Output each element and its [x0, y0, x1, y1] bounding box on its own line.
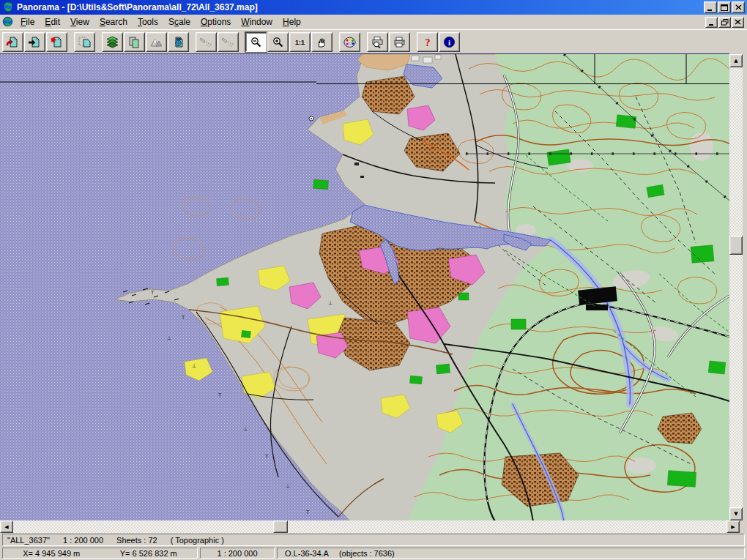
- sheet-panel: O.L-36-34.A (objects : 7636): [277, 548, 745, 559]
- menu-view[interactable]: View: [65, 15, 94, 29]
- scroll-right-button[interactable]: ▶: [726, 520, 740, 533]
- toolbar-separator: [190, 33, 196, 51]
- mdi-globe-icon[interactable]: [2, 16, 13, 29]
- scroll-down-button[interactable]: ▼: [729, 507, 743, 520]
- window-title: Panorama - [D:\Utils&Soft\Panorama\all_7…: [17, 2, 700, 12]
- svg-text:⊥: ⊥: [167, 335, 171, 341]
- svg-text:T: T: [264, 454, 269, 460]
- panorama-app: { "window": { "title": "Panorama - [D:\\…: [0, 0, 747, 560]
- menu-options[interactable]: Options: [196, 15, 236, 29]
- status-map-name: "ALL_3637": [7, 536, 50, 545]
- title-bar[interactable]: Panorama - [D:\Utils&Soft\Panorama\all_7…: [0, 0, 747, 15]
- svg-text:⊥: ⊥: [328, 300, 332, 306]
- pan-button[interactable]: [311, 32, 332, 52]
- relief-button[interactable]: [146, 32, 167, 52]
- open-map-button[interactable]: [2, 32, 23, 52]
- svg-text:T: T: [181, 315, 185, 321]
- status-bar-bottom: X= 4 945 949 m Y= 6 526 832 m 1 : 200 00…: [0, 547, 747, 560]
- svg-text:T: T: [150, 290, 155, 296]
- menu-help[interactable]: Help: [278, 15, 306, 29]
- object-count: (objects : 7636): [339, 549, 395, 558]
- svg-text:⊥: ⊥: [192, 363, 196, 369]
- toolbar-separator: [68, 33, 74, 51]
- scale-1to1-button[interactable]: 1:1: [289, 32, 311, 52]
- layers-button[interactable]: [102, 32, 123, 52]
- svg-text:⊥: ⊥: [243, 426, 248, 432]
- svg-text:?: ?: [425, 37, 431, 48]
- mdi-restore-button[interactable]: [718, 17, 731, 28]
- horizontal-scroll-thumb[interactable]: [273, 520, 288, 533]
- toolbar-separator: [361, 33, 367, 51]
- status-map-sheets: Sheets : 72: [116, 536, 157, 545]
- horizontal-scrollbar[interactable]: ◀ ▶: [0, 520, 740, 533]
- print-preview-button[interactable]: [367, 32, 388, 52]
- svg-text:⊥: ⊥: [286, 483, 290, 489]
- menu-search[interactable]: Search: [94, 15, 133, 29]
- scroll-up-button[interactable]: ▲: [729, 54, 743, 67]
- paste-map-button[interactable]: [74, 32, 95, 52]
- scale-panel: 1 : 200 000: [200, 548, 275, 559]
- coordinate-x: X= 4 945 949 m: [23, 549, 80, 558]
- coordinate-y: Y= 6 526 832 m: [120, 549, 177, 558]
- copy-map-button[interactable]: [124, 32, 145, 52]
- coordinates-panel: X= 4 945 949 m Y= 6 526 832 m: [2, 548, 198, 559]
- mdi-minimize-button[interactable]: [705, 17, 718, 28]
- palette-button[interactable]: [339, 32, 360, 52]
- mdi-close-button[interactable]: [732, 17, 744, 28]
- toolbar-separator: [333, 33, 339, 51]
- open-site-button[interactable]: [24, 32, 45, 52]
- toolbar-separator: [411, 33, 417, 51]
- maximize-button[interactable]: [718, 1, 731, 13]
- about-button[interactable]: i: [439, 32, 460, 52]
- status-map-scale: 1 : 200 000: [63, 536, 103, 545]
- map-scheme-button[interactable]: [168, 32, 189, 52]
- toolbar: 1:1?i: [0, 29, 747, 53]
- map-info-panel: "ALL_3637" 1 : 200 000 Sheets : 72 ( Top…: [2, 534, 745, 546]
- toolbar-separator: [96, 33, 102, 51]
- svg-text:T: T: [218, 392, 222, 398]
- close-map-button[interactable]: [46, 32, 67, 52]
- sheet-nomenclature: O.L-36-34.A: [285, 549, 329, 558]
- vertical-scroll-thumb[interactable]: [729, 236, 743, 255]
- print-button[interactable]: [389, 32, 410, 52]
- status-bar-top: "ALL_3637" 1 : 200 000 Sheets : 72 ( Top…: [0, 533, 747, 547]
- svg-text:i: i: [448, 38, 450, 47]
- mdi-window-buttons: [705, 17, 744, 28]
- svg-text:T: T: [343, 277, 348, 283]
- highlight-all-button: [218, 32, 239, 52]
- lighthouse-dot: [311, 118, 312, 119]
- scrollbar-corner: [740, 520, 747, 533]
- menu-file[interactable]: File: [15, 15, 40, 29]
- zoom-in-button[interactable]: [267, 32, 289, 52]
- svg-text:T: T: [305, 509, 310, 515]
- menu-scale[interactable]: Scale: [163, 15, 196, 29]
- toolbar-separator: [239, 33, 245, 51]
- scroll-left-button[interactable]: ◀: [0, 520, 13, 533]
- map-canvas[interactable]: T⊥T ⊥T⊥ T⊥T ⊥T: [0, 54, 729, 521]
- app-globe-icon: [2, 1, 14, 14]
- menu-tools[interactable]: Tools: [133, 15, 163, 29]
- highlight-object-button: [196, 32, 217, 52]
- close-button[interactable]: [732, 1, 745, 13]
- menu-window[interactable]: Window: [236, 15, 278, 29]
- status-map-type: ( Topographic ): [171, 536, 224, 545]
- menu-edit[interactable]: Edit: [40, 15, 65, 29]
- current-scale: 1 : 200 000: [217, 549, 257, 558]
- window-buttons: [703, 1, 745, 13]
- minimize-button[interactable]: [704, 1, 717, 13]
- menu-items: FileEditViewSearchToolsScaleOptionsWindo…: [15, 15, 306, 29]
- map-viewport[interactable]: T⊥T ⊥T⊥ T⊥T ⊥T: [0, 53, 729, 521]
- help-button[interactable]: ?: [417, 32, 438, 52]
- menu-bar: FileEditViewSearchToolsScaleOptionsWindo…: [0, 15, 747, 29]
- vertical-scrollbar[interactable]: ▲ ▼: [729, 54, 743, 520]
- zoom-out-button[interactable]: [245, 32, 267, 52]
- svg-text:1:1: 1:1: [295, 39, 305, 46]
